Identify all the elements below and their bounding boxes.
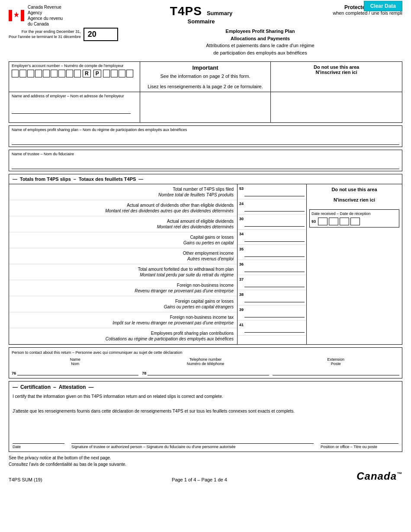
acct-box-2[interactable] [19, 70, 26, 77]
cert-date-input[interactable] [13, 435, 64, 444]
totals-input-field-41[interactable] [244, 324, 305, 333]
totals-row-label-3: Capital gains or lossesGains ou pertes e… [9, 232, 237, 248]
field-num-34: 34 [238, 231, 244, 236]
year-box: 20 [83, 28, 118, 41]
date-box-3[interactable] [340, 218, 349, 225]
totals-row-label-0: Total number of T4PS slips filedNombre t… [9, 184, 237, 200]
year-input[interactable] [96, 30, 114, 39]
totals-input-field-39[interactable] [244, 309, 305, 317]
cert-text-en: I certify that the information given on … [13, 394, 398, 400]
totals-row-input-4: 35 [238, 245, 306, 260]
rp-label: R [83, 70, 91, 77]
important-cell: Important See the information on page 2 … [140, 62, 271, 92]
account-label: Employer's account number – Numéro de co… [12, 64, 137, 68]
totals-input-field-34[interactable] [244, 233, 305, 242]
form-code-title: T4PS [170, 4, 202, 18]
certification-section: — Certification – Attestation — I certif… [9, 381, 402, 452]
contact-name-field: Name Nom 76 [12, 357, 138, 375]
contact-extension-field: Extension Poste [273, 357, 399, 375]
profit-plan-input[interactable] [12, 136, 399, 145]
acct-box-5[interactable] [43, 70, 50, 77]
important-text-fr: Lisez les renseignements à la page 2 de … [143, 84, 268, 89]
totals-header-fr: Totaux des feuillets T4PS [79, 176, 136, 182]
date-received-label: Date received – Date de réception [311, 212, 397, 216]
cert-sig-label: Signature of trustee or authorized perso… [71, 445, 314, 449]
cert-position-input[interactable] [321, 435, 398, 444]
year-label-en: For the year ending December 31, [9, 29, 81, 35]
account-boxes: R P [12, 70, 133, 77]
totals-row-input-7: 38 [238, 290, 306, 305]
canada-logo: Canada™ [356, 470, 402, 482]
svg-rect-1 [21, 10, 24, 21]
year-section: For the year ending December 31, Pour l'… [9, 28, 118, 41]
page-header: Canada Revenue Agency Agence du revenu d… [9, 4, 402, 27]
cert-header-en: Certification [20, 384, 51, 390]
contact-name-num: 76 [12, 371, 16, 375]
totals-section: — Totals from T4PS slips – Totaux des fe… [9, 174, 402, 345]
cert-position-label: Position or office – Titre ou poste [321, 445, 398, 449]
profit-plan-section: Name of employees profit sharing plan – … [9, 125, 402, 147]
totals-input-field-36[interactable] [244, 263, 305, 272]
field-num-30: 30 [238, 215, 244, 221]
acct-box-7[interactable] [58, 70, 65, 77]
name-address-input[interactable] [12, 105, 131, 114]
form-description: Employees Profit Sharing Plan Allocation… [118, 28, 402, 56]
totals-row-input-5: 36 [238, 260, 306, 275]
cert-date-label: Date [13, 445, 64, 449]
acct-box-4[interactable] [35, 70, 42, 77]
totals-row-label-5: Total amount forfeited due to withdrawal… [9, 264, 237, 280]
acct-box-3[interactable] [27, 70, 34, 77]
acct-box-rp4[interactable] [126, 70, 133, 77]
acct-box-1[interactable] [12, 70, 19, 77]
totals-row-label-9: Employees profit sharing plan contributi… [9, 328, 237, 344]
logo-area: Canada Revenue Agency Agence du revenu d… [9, 4, 95, 27]
totals-header-dash-left: — [13, 176, 17, 182]
totals-input-field-37[interactable] [244, 279, 305, 287]
acct-box-9[interactable] [74, 70, 81, 77]
contact-section: Person to contact about this return – Pe… [9, 347, 402, 378]
field-num-41: 41 [238, 321, 244, 327]
canada-flag-icon [9, 10, 24, 21]
footer-bottom-row: T4PS SUM (19) Page 1 of 4 – Page 1 de 4 … [9, 470, 402, 482]
cert-position-field: Position or office – Titre ou poste [321, 435, 398, 449]
name-address-label: Name and address of employer – Nom et ad… [12, 94, 137, 98]
totals-input-field-30[interactable] [244, 218, 305, 227]
do-not-cell-bottom [271, 92, 402, 122]
totals-row-input-2: 30 [238, 215, 306, 230]
trustee-input[interactable] [12, 160, 399, 169]
totals-row-label-8: Foreign non-business income taxImpôt sur… [9, 312, 237, 328]
totals-row-label-2: Actual amount of eligible dividendsMonta… [9, 216, 237, 232]
acct-box-8[interactable] [66, 70, 73, 77]
totals-input-field-53[interactable] [244, 188, 305, 196]
clear-data-button[interactable]: Clear Data [364, 1, 402, 11]
totals-input-field-24[interactable] [244, 203, 305, 212]
totals-input-field-38[interactable] [244, 294, 305, 302]
acct-box-6[interactable] [51, 70, 58, 77]
date-box-1[interactable] [318, 218, 328, 225]
field-num-36: 36 [238, 261, 244, 266]
acct-box-rp1[interactable] [103, 70, 110, 77]
page-info: Page 1 of 4 – Page 1 de 4 [172, 477, 227, 482]
totals-row-label-1: Actual amount of dividends other than el… [9, 200, 237, 216]
agency-sub-fr: du Canada [28, 21, 63, 27]
date-box-2[interactable] [329, 218, 338, 225]
totals-header-en: Totals from T4PS slips [20, 176, 71, 182]
totals-right-col: Do not use this area N'inscrivez rien ic… [307, 184, 402, 344]
field-num-53: 53 [238, 185, 244, 191]
phone-label-fr: Numéro de téléphone [187, 362, 225, 366]
contact-extension-input[interactable] [273, 367, 399, 375]
totals-input-field-35[interactable] [244, 248, 305, 257]
contact-name-input[interactable] [17, 367, 138, 375]
field-num-39: 39 [238, 306, 244, 312]
do-not-fr-totals: N'inscrivez rien ici [309, 197, 399, 202]
rp-label-p: P [93, 70, 101, 77]
acct-box-rp2[interactable] [111, 70, 118, 77]
contact-label: Person to contact about this return – Pe… [12, 350, 399, 355]
acct-box-rp3[interactable] [119, 70, 125, 77]
do-not-en-totals: Do not use this area [309, 187, 399, 192]
contact-phone-input[interactable] [148, 367, 269, 375]
date-box-4[interactable] [350, 218, 360, 225]
cert-signature-input[interactable] [71, 435, 314, 444]
profit-plan-label: Name of employees profit sharing plan – … [12, 128, 399, 132]
totals-row-input-9: 41 [238, 320, 306, 336]
